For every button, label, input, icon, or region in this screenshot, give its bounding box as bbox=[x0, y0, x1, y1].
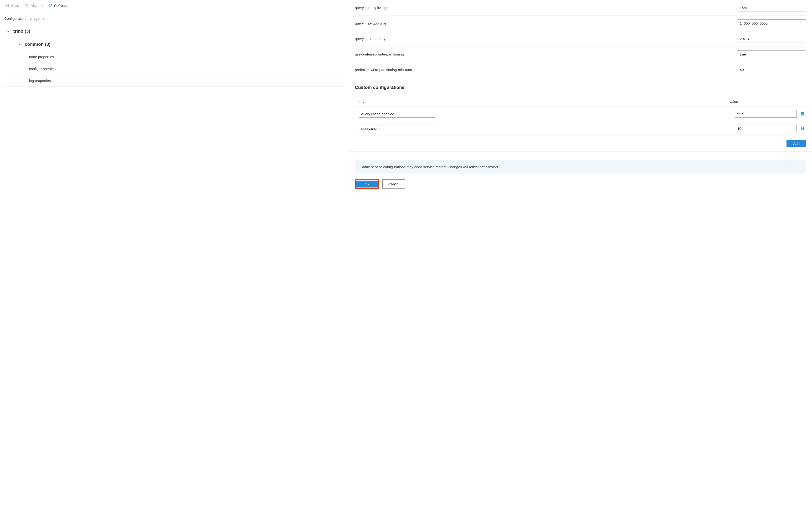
right-panel: query.min-expire-age query.max-cpu-time … bbox=[349, 0, 812, 532]
footer-actions: Ok Cancel bbox=[349, 179, 812, 194]
tree-file-label: log.properties bbox=[29, 79, 51, 83]
config-list: query.min-expire-age query.max-cpu-time … bbox=[349, 0, 812, 77]
custom-key-input[interactable] bbox=[359, 124, 435, 132]
section-title: Configuration management bbox=[0, 11, 349, 25]
save-icon bbox=[5, 3, 9, 8]
tree-group-common[interactable]: common (3) bbox=[4, 38, 345, 51]
discard-label: Discard bbox=[30, 3, 43, 8]
custom-config-row bbox=[355, 107, 806, 121]
ok-button[interactable]: Ok bbox=[356, 181, 378, 188]
refresh-icon bbox=[48, 3, 52, 8]
custom-config-row bbox=[355, 121, 806, 136]
ok-button-highlight: Ok bbox=[355, 179, 379, 189]
delete-row-button[interactable] bbox=[799, 110, 806, 118]
config-label: use-preferred-write-partitioning bbox=[355, 52, 737, 56]
toolbar: Save Discard Refresh bbox=[0, 0, 349, 11]
config-row: preferred-write-partitioning-min-num… bbox=[355, 62, 806, 77]
custom-config-section: Custom configurations key value bbox=[349, 77, 812, 136]
tree-file-log-properties[interactable]: log.properties bbox=[4, 75, 345, 87]
trash-icon bbox=[800, 126, 804, 131]
config-label: query.max-cpu-time bbox=[355, 21, 737, 25]
cancel-button[interactable]: Cancel bbox=[382, 179, 406, 189]
header-value: value bbox=[729, 100, 799, 104]
config-row: use-preferred-write-partitioning bbox=[355, 46, 806, 62]
custom-value-input[interactable] bbox=[735, 124, 797, 132]
config-label: preferred-write-partitioning-min-num… bbox=[355, 68, 737, 72]
config-input-max-memory[interactable] bbox=[737, 35, 806, 42]
tree-file-config-properties[interactable]: config.properties bbox=[4, 63, 345, 75]
config-row: query.max-cpu-time bbox=[355, 15, 806, 31]
tree-group-label: common (3) bbox=[25, 42, 50, 47]
config-input-max-cpu-time[interactable] bbox=[737, 19, 806, 27]
custom-config-title: Custom configurations bbox=[355, 85, 806, 90]
svg-rect-0 bbox=[5, 4, 9, 7]
custom-config-header: key value bbox=[355, 97, 806, 107]
trash-icon bbox=[800, 112, 804, 117]
config-input-preferred-write-partitioning-min-num[interactable] bbox=[737, 66, 806, 73]
save-button[interactable]: Save bbox=[4, 2, 19, 9]
add-button[interactable]: Add bbox=[786, 140, 806, 147]
left-panel: Save Discard Refresh Configuration manag… bbox=[0, 0, 349, 532]
config-tree: trino (3) common (3) node.properties con… bbox=[0, 25, 349, 87]
discard-button[interactable]: Discard bbox=[24, 2, 43, 9]
config-row: query.min-expire-age bbox=[355, 0, 806, 15]
add-row: Add bbox=[349, 136, 812, 151]
config-label: query.max-memory bbox=[355, 37, 737, 41]
tree-file-label: config.properties bbox=[29, 67, 56, 71]
config-input-use-preferred-write-partitioning[interactable] bbox=[737, 50, 806, 58]
tree-file-label: node.properties bbox=[29, 55, 54, 59]
info-banner: Some service configurations may need ser… bbox=[355, 160, 806, 174]
refresh-button[interactable]: Refresh bbox=[47, 2, 67, 9]
config-row: query.max-memory bbox=[355, 31, 806, 46]
delete-row-button[interactable] bbox=[799, 124, 806, 132]
undo-icon bbox=[24, 3, 29, 8]
chevron-down-icon bbox=[6, 29, 10, 33]
tree-root-label: trino (3) bbox=[13, 29, 30, 34]
header-key: key bbox=[355, 100, 729, 104]
config-label: query.min-expire-age bbox=[355, 6, 737, 10]
config-input-min-expire-age[interactable] bbox=[737, 4, 806, 12]
tree-file-node-properties[interactable]: node.properties bbox=[4, 51, 345, 63]
refresh-label: Refresh bbox=[54, 3, 67, 8]
chevron-down-icon bbox=[18, 42, 21, 46]
custom-value-input[interactable] bbox=[735, 110, 797, 118]
custom-key-input[interactable] bbox=[359, 110, 435, 118]
svg-rect-1 bbox=[6, 6, 8, 7]
tree-root-trino[interactable]: trino (3) bbox=[4, 25, 345, 38]
save-label: Save bbox=[11, 3, 19, 8]
